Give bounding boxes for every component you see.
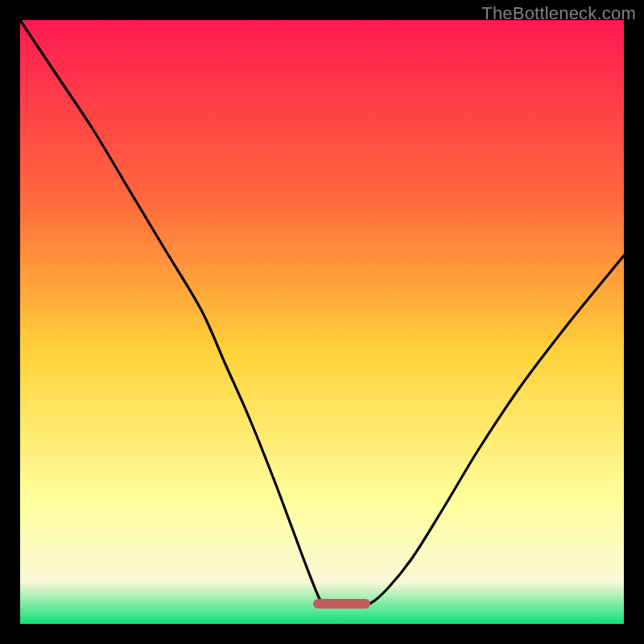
watermark-text: TheBottleneck.com [481,3,636,24]
chart-frame: TheBottleneck.com [0,0,644,644]
plot-area [20,20,624,624]
optimal-marker [313,599,370,609]
bottleneck-curve [20,20,624,624]
